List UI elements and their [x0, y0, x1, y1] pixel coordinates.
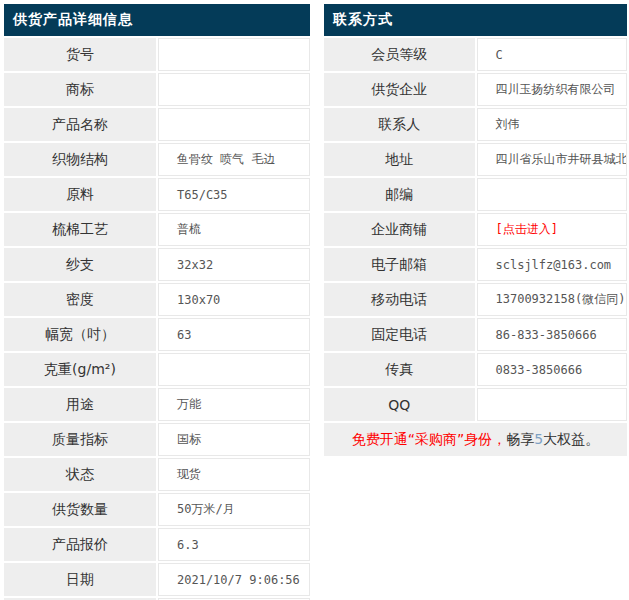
- supplier-value: 四川玉扬纺织有限公司: [477, 73, 628, 106]
- promo-row: 免费开通“采购商”身份，畅享5大权益。: [324, 423, 627, 456]
- date-value: 2021/10/7 9:06:56: [158, 563, 310, 596]
- contact-person-value: 刘伟: [477, 108, 628, 141]
- buyer-promo-link[interactable]: 免费开通“采购商”身份，: [352, 431, 507, 447]
- table-row: 供货企业 四川玉扬纺织有限公司: [324, 73, 627, 106]
- product-name-label: 产品名称: [4, 108, 156, 141]
- table-row: 电子邮箱 sclsjlfz@163.com: [324, 248, 627, 281]
- brand-value: [158, 73, 310, 106]
- table-row: 企业商铺 [点击进入]: [324, 213, 627, 246]
- buyer-promo-banner: 免费开通“采购商”身份，畅享5大权益。: [324, 423, 627, 456]
- width-inch-label: 幅宽（吋）: [4, 318, 156, 351]
- product-detail-title: 供货产品详细信息: [4, 4, 310, 36]
- table-row: 邮编: [324, 178, 627, 211]
- promo-text-1: 畅享: [506, 431, 534, 447]
- fax-value: 0833-3850666: [477, 353, 628, 386]
- table-row: 移动电话 13700932158(微信同): [324, 283, 627, 316]
- contact-person-label: 联系人: [324, 108, 475, 141]
- usage-value: 万能: [158, 388, 310, 421]
- table-row: 供货数量 50万米/月: [4, 493, 310, 526]
- status-value: 现货: [158, 458, 310, 491]
- table-row: 织物结构 鱼骨纹 喷气 毛边: [4, 143, 310, 176]
- quality-standard-value: 国标: [158, 423, 310, 456]
- email-value: sclsjlfz@163.com: [477, 248, 628, 281]
- table-row: 状态 现货: [4, 458, 310, 491]
- promo-text-2: 大权益。: [543, 431, 599, 447]
- table-row: 货号: [4, 38, 310, 71]
- table-header-row: 联系方式: [324, 4, 627, 36]
- table-row: 商标: [4, 73, 310, 106]
- table-row: QQ: [324, 388, 627, 421]
- qq-value: [477, 388, 628, 421]
- email-label: 电子邮箱: [324, 248, 475, 281]
- table-row: 联系人 刘伟: [324, 108, 627, 141]
- company-shop-enter-link[interactable]: [点击进入]: [496, 222, 558, 236]
- landline-phone-value: 86-833-3850666: [477, 318, 628, 351]
- address-label: 地址: [324, 143, 475, 176]
- promo-benefit-count: 5: [534, 431, 543, 447]
- density-label: 密度: [4, 283, 156, 316]
- member-level-value: C: [477, 38, 628, 71]
- table-row: 产品报价 6.3: [4, 528, 310, 561]
- usage-label: 用途: [4, 388, 156, 421]
- address-value: 四川省乐山市井研县城北纺织工业园区: [477, 143, 628, 176]
- table-row: 纱支 32x32: [4, 248, 310, 281]
- table-row: 克重(g/m²): [4, 353, 310, 386]
- product-quote-value: 6.3: [158, 528, 310, 561]
- table-row: 地址 四川省乐山市井研县城北纺织工业园区: [324, 143, 627, 176]
- supply-quantity-value: 50万米/月: [158, 493, 310, 526]
- company-shop-value: [点击进入]: [477, 213, 628, 246]
- table-row: 用途 万能: [4, 388, 310, 421]
- mobile-phone-label: 移动电话: [324, 283, 475, 316]
- raw-material-label: 原料: [4, 178, 156, 211]
- supply-quantity-label: 供货数量: [4, 493, 156, 526]
- yarn-count-label: 纱支: [4, 248, 156, 281]
- table-row: 质量指标 国标: [4, 423, 310, 456]
- product-detail-table: 供货产品详细信息 货号 商标 产品名称 织物结构 鱼骨纹 喷气 毛边 原料 T6…: [2, 2, 312, 600]
- combing-process-label: 梳棉工艺: [4, 213, 156, 246]
- fabric-structure-label: 织物结构: [4, 143, 156, 176]
- weight-gsm-label: 克重(g/m²): [4, 353, 156, 386]
- table-row: 产品名称: [4, 108, 310, 141]
- postal-code-value: [477, 178, 628, 211]
- postal-code-label: 邮编: [324, 178, 475, 211]
- weight-gsm-value: [158, 353, 310, 386]
- table-row: 会员等级 C: [324, 38, 627, 71]
- item-no-label: 货号: [4, 38, 156, 71]
- width-inch-value: 63: [158, 318, 310, 351]
- combing-process-value: 普梳: [158, 213, 310, 246]
- fabric-structure-value: 鱼骨纹 喷气 毛边: [158, 143, 310, 176]
- table-row: 密度 130x70: [4, 283, 310, 316]
- product-name-value: [158, 108, 310, 141]
- density-value: 130x70: [158, 283, 310, 316]
- status-label: 状态: [4, 458, 156, 491]
- table-row: 梳棉工艺 普梳: [4, 213, 310, 246]
- product-quote-label: 产品报价: [4, 528, 156, 561]
- table-row: 幅宽（吋） 63: [4, 318, 310, 351]
- fax-label: 传真: [324, 353, 475, 386]
- item-no-value: [158, 38, 310, 71]
- raw-material-value: T65/C35: [158, 178, 310, 211]
- date-label: 日期: [4, 563, 156, 596]
- brand-label: 商标: [4, 73, 156, 106]
- table-row: 日期 2021/10/7 9:06:56: [4, 563, 310, 596]
- quality-standard-label: 质量指标: [4, 423, 156, 456]
- company-shop-label: 企业商铺: [324, 213, 475, 246]
- landline-phone-label: 固定电话: [324, 318, 475, 351]
- mobile-phone-value: 13700932158(微信同): [477, 283, 628, 316]
- yarn-count-value: 32x32: [158, 248, 310, 281]
- table-row: 固定电话 86-833-3850666: [324, 318, 627, 351]
- table-row: 原料 T65/C35: [4, 178, 310, 211]
- supplier-label: 供货企业: [324, 73, 475, 106]
- contact-title: 联系方式: [324, 4, 627, 36]
- contact-table: 联系方式 会员等级 C 供货企业 四川玉扬纺织有限公司 联系人 刘伟 地址 四川…: [322, 2, 629, 458]
- member-level-label: 会员等级: [324, 38, 475, 71]
- table-header-row: 供货产品详细信息: [4, 4, 310, 36]
- table-row: 传真 0833-3850666: [324, 353, 627, 386]
- qq-label: QQ: [324, 388, 475, 421]
- page-content: 供货产品详细信息 货号 商标 产品名称 织物结构 鱼骨纹 喷气 毛边 原料 T6…: [0, 0, 629, 600]
